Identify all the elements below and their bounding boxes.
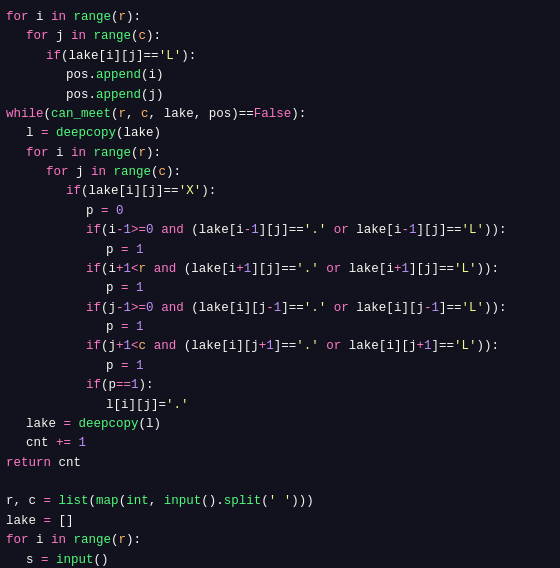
code-line: for i in range(r):	[0, 8, 560, 27]
code-line: l[i][j]='.'	[0, 396, 560, 415]
code-line: for i in range(r):	[0, 144, 560, 163]
code-line: if(i+1<r and (lake[i+1][j]=='.' or lake[…	[0, 260, 560, 279]
code-line: s = input()	[0, 551, 560, 569]
code-line: p = 1	[0, 318, 560, 337]
code-line: if(i-1>=0 and (lake[i-1][j]=='.' or lake…	[0, 221, 560, 240]
code-line: if(lake[i][j]=='X'):	[0, 182, 560, 201]
code-line: cnt += 1	[0, 434, 560, 453]
code-line: for j in range(c):	[0, 163, 560, 182]
code-line: for j in range(c):	[0, 27, 560, 46]
code-line: for i in range(r):	[0, 531, 560, 550]
code-line: if(j+1<c and (lake[i][j+1]=='.' or lake[…	[0, 337, 560, 356]
code-line: return cnt	[0, 454, 560, 473]
code-line: if(p==1):	[0, 376, 560, 395]
code-line: if(lake[i][j]=='L'):	[0, 47, 560, 66]
code-line: while(can_meet(r, c, lake, pos)==False):	[0, 105, 560, 124]
code-line: r, c = list(map(int, input().split(' '))…	[0, 492, 560, 511]
code-line: pos.append(j)	[0, 86, 560, 105]
code-line: p = 1	[0, 279, 560, 298]
code-line: pos.append(i)	[0, 66, 560, 85]
code-line: p = 1	[0, 241, 560, 260]
code-line: lake = []	[0, 512, 560, 531]
code-line: l = deepcopy(lake)	[0, 124, 560, 143]
code-line: if(j-1>=0 and (lake[i][j-1]=='.' or lake…	[0, 299, 560, 318]
code-line	[0, 473, 560, 492]
code-line: p = 1	[0, 357, 560, 376]
code-line: lake = deepcopy(l)	[0, 415, 560, 434]
code-editor: for i in range(r): for j in range(c): if…	[0, 0, 560, 568]
code-line: p = 0	[0, 202, 560, 221]
